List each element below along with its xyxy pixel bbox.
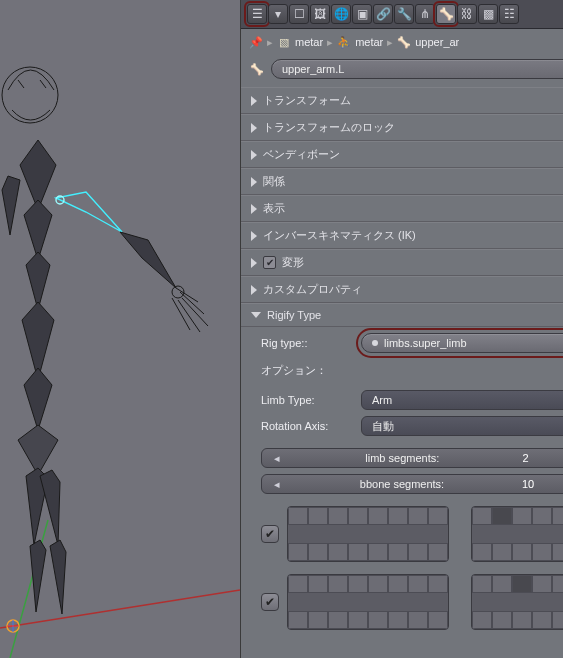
viewport-3d[interactable] <box>0 0 240 658</box>
layer-cell[interactable] <box>368 575 388 593</box>
layer-cell[interactable] <box>288 507 308 525</box>
layer-cell[interactable] <box>428 611 448 629</box>
layer-cell[interactable] <box>428 543 448 561</box>
limb-type-select[interactable]: Arm ▲▼ <box>361 390 563 410</box>
layer-cell[interactable] <box>532 575 552 593</box>
context-boneconstraint-icon[interactable]: ⛓ <box>457 4 477 24</box>
rotation-axis-select[interactable]: 自動 ▲▼ <box>361 416 563 436</box>
section-deform[interactable]: ✔ 変形 <box>241 249 563 276</box>
section-transform[interactable]: トランスフォーム <box>241 87 563 114</box>
layer-cell[interactable] <box>408 543 428 561</box>
deform-checkbox[interactable]: ✔ <box>263 256 276 269</box>
context-render-output-icon[interactable]: ▾ <box>268 4 288 24</box>
layer-1-checkbox[interactable]: ✔ <box>261 525 279 543</box>
layer-cell[interactable] <box>472 543 492 561</box>
layer-cell[interactable] <box>408 575 428 593</box>
layer-cell[interactable] <box>368 507 388 525</box>
layer-cell[interactable] <box>472 611 492 629</box>
context-render-icon[interactable]: ☰ <box>247 4 267 24</box>
layer-cell[interactable] <box>328 507 348 525</box>
layer-cell[interactable] <box>532 507 552 525</box>
context-material-icon[interactable]: ▩ <box>478 4 498 24</box>
bbone-segments-field[interactable]: ◂ bbone segments: 10 ▸ <box>261 474 563 494</box>
svg-marker-19 <box>120 232 176 288</box>
layer-cell[interactable] <box>408 611 428 629</box>
layer-cell[interactable] <box>552 507 563 525</box>
layer-cell[interactable] <box>388 611 408 629</box>
layer-cell[interactable] <box>368 611 388 629</box>
layer-cell[interactable] <box>552 543 563 561</box>
layer-cell[interactable] <box>388 575 408 593</box>
layer-cell[interactable] <box>308 543 328 561</box>
section-rigify-type[interactable]: Rigify Type <box>241 303 563 327</box>
layer-cell[interactable] <box>512 507 532 525</box>
layer-cell[interactable] <box>492 611 512 629</box>
pin-icon[interactable]: 📌 <box>249 36 263 49</box>
layer-cell[interactable] <box>492 575 512 593</box>
breadcrumb-object[interactable]: metar <box>295 36 323 48</box>
layer-cell[interactable] <box>288 575 308 593</box>
layer-cell[interactable] <box>388 543 408 561</box>
layer-cell[interactable] <box>492 507 512 525</box>
decrease-icon[interactable]: ◂ <box>272 475 282 493</box>
layer-grid-1b[interactable] <box>471 506 563 562</box>
layer-cell[interactable] <box>348 507 368 525</box>
layer-cell[interactable] <box>348 611 368 629</box>
limb-segments-field[interactable]: ◂ limb segments: 2 ▸ <box>261 448 563 468</box>
section-display[interactable]: 表示 <box>241 195 563 222</box>
layer-cell[interactable] <box>308 611 328 629</box>
layer-cell[interactable] <box>552 575 563 593</box>
section-label: ベンディボーン <box>263 147 340 162</box>
layer-cell[interactable] <box>388 507 408 525</box>
context-scene-icon[interactable]: ☐ <box>289 4 309 24</box>
context-world-icon[interactable]: 🌐 <box>331 4 351 24</box>
context-armature-icon[interactable]: ⋔ <box>415 4 435 24</box>
chevron-right-icon: ▸ <box>327 36 333 49</box>
layer-cell[interactable] <box>472 575 492 593</box>
context-constraint-icon[interactable]: 🔗 <box>373 4 393 24</box>
layer-cell[interactable] <box>368 543 388 561</box>
layer-cell[interactable] <box>288 543 308 561</box>
layer-cell[interactable] <box>552 611 563 629</box>
section-bendy-bones[interactable]: ベンディボーン <box>241 141 563 168</box>
decrease-icon[interactable]: ◂ <box>272 449 282 467</box>
section-label: Rigify Type <box>267 309 321 321</box>
context-modifier-icon[interactable]: 🔧 <box>394 4 414 24</box>
breadcrumb-armature[interactable]: metar <box>355 36 383 48</box>
context-texture-icon[interactable]: ☷ <box>499 4 519 24</box>
section-custom-props[interactable]: カスタムプロパティ <box>241 276 563 303</box>
layer-cell[interactable] <box>348 575 368 593</box>
context-object-icon[interactable]: ▣ <box>352 4 372 24</box>
context-viewlayer-icon[interactable]: 🖼 <box>310 4 330 24</box>
layer-cell[interactable] <box>348 543 368 561</box>
layer-cell[interactable] <box>328 543 348 561</box>
layer-cell[interactable] <box>512 611 532 629</box>
section-relations[interactable]: 関係 <box>241 168 563 195</box>
rig-type-field[interactable]: limbs.super_limb ✕ <box>361 333 563 353</box>
rigify-body: Rig type:: limbs.super_limb ✕ オプション： Lim… <box>241 327 563 640</box>
layer-grid-1a[interactable] <box>287 506 449 562</box>
layer-cell[interactable] <box>492 543 512 561</box>
layer-grid-2b[interactable] <box>471 574 563 630</box>
layer-cell[interactable] <box>288 611 308 629</box>
layer-cell[interactable] <box>308 507 328 525</box>
layer-cell[interactable] <box>532 543 552 561</box>
layer-cell[interactable] <box>408 507 428 525</box>
layer-cell[interactable] <box>428 575 448 593</box>
layer-cell[interactable] <box>428 507 448 525</box>
rotation-axis-label: Rotation Axis: <box>261 420 353 432</box>
layer-cell[interactable] <box>512 543 532 561</box>
layer-cell[interactable] <box>308 575 328 593</box>
layer-cell[interactable] <box>472 507 492 525</box>
layer-cell[interactable] <box>532 611 552 629</box>
bone-name-input[interactable] <box>271 59 563 79</box>
breadcrumb-bone[interactable]: upper_ar <box>415 36 459 48</box>
section-ik[interactable]: インバースキネマティクス (IK) <box>241 222 563 249</box>
layer-2-checkbox[interactable]: ✔ <box>261 593 279 611</box>
context-bone-icon[interactable]: 🦴 <box>436 4 456 24</box>
layer-grid-2a[interactable] <box>287 574 449 630</box>
section-transform-lock[interactable]: トランスフォームのロック <box>241 114 563 141</box>
layer-cell[interactable] <box>512 575 532 593</box>
layer-cell[interactable] <box>328 611 348 629</box>
layer-cell[interactable] <box>328 575 348 593</box>
